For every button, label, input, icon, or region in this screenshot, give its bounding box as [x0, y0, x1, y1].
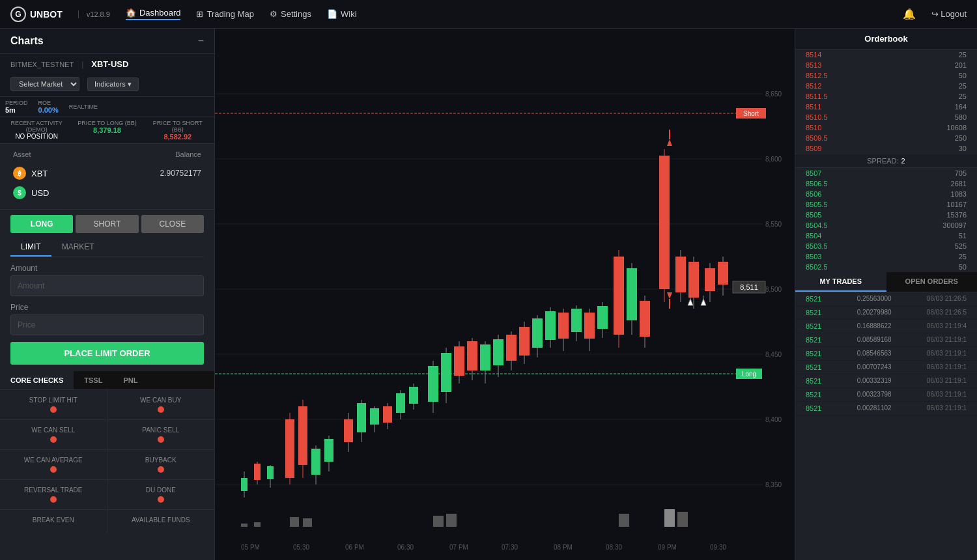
chart-area[interactable]: Short Long — [215, 29, 795, 560]
svg-rect-47 — [467, 341, 477, 371]
tab-my-trades[interactable]: MY TRADES — [795, 272, 886, 292]
price-input[interactable] — [10, 315, 204, 335]
svg-rect-61 — [558, 313, 569, 339]
logo: G UNBOT — [10, 7, 63, 22]
svg-rect-33 — [370, 408, 379, 425]
svg-text:8,500: 8,500 — [765, 286, 782, 293]
svg-text:05:30: 05:30 — [293, 544, 309, 551]
amount-label: Amount — [10, 264, 204, 273]
place-order-button[interactable]: PLACE LIMIT ORDER — [10, 342, 204, 365]
logout-button[interactable]: ↪ Logout — [931, 9, 967, 19]
svg-rect-71 — [627, 268, 637, 320]
svg-text:8,550: 8,550 — [765, 221, 782, 228]
asks-table: 851425 8513201 8512.550 851225 8511.525 … — [795, 49, 977, 154]
bid-row: 8504.5300097 — [795, 220, 977, 231]
chart-svg: Short Long — [215, 29, 795, 560]
svg-rect-29 — [344, 419, 353, 442]
nav-settings[interactable]: ⚙ Settings — [270, 9, 311, 19]
svg-rect-51 — [493, 339, 503, 365]
bid-row: 850325 — [795, 251, 977, 262]
version: v12.8.9 — [78, 10, 110, 18]
nav-dashboard[interactable]: 🏠 Dashboard — [126, 8, 181, 20]
trade-row: 8521 0.08546563 06/03 21:19:1 — [795, 347, 977, 361]
spread-row: SPREAD: 2 — [795, 154, 977, 168]
svg-text:Long: Long — [742, 371, 756, 378]
ask-row: 8512.550 — [795, 70, 977, 81]
svg-rect-49 — [480, 344, 490, 371]
core-tabs: CORE CHECKS TSSL PNL — [0, 371, 214, 390]
svg-rect-112 — [254, 522, 261, 527]
check-we-can-average: WE CAN AVERAGE — [0, 450, 107, 480]
svg-rect-73 — [640, 301, 650, 337]
tab-limit[interactable]: LIMIT — [10, 238, 51, 257]
svg-rect-116 — [446, 514, 457, 527]
svg-rect-21 — [285, 419, 294, 478]
svg-rect-17 — [254, 464, 261, 480]
bids-table: 8507705 8506.52681 85061083 8505.510167 … — [795, 168, 977, 272]
price-label: Price — [10, 303, 204, 312]
amount-input[interactable] — [10, 275, 204, 296]
check-we-can-buy: WE CAN BUY — [107, 390, 215, 420]
long-button[interactable]: LONG — [10, 215, 73, 233]
trade-row: 8521 0.16888622 06/03 21:19:4 — [795, 320, 977, 333]
trades-list: 8521 0.25563000 06/03 21:26:5 8521 0.202… — [795, 292, 977, 560]
trades-tabs: MY TRADES OPEN ORDERS — [795, 272, 977, 292]
asset-row-xbt: ₿ XBT 2.90752177 — [10, 163, 204, 183]
svg-rect-113 — [290, 517, 299, 527]
ask-row: 851425 — [795, 49, 977, 60]
check-available-funds: AVAILABLE FUNDS — [107, 510, 215, 533]
close-button[interactable]: CLOSE — [141, 215, 204, 233]
short-button[interactable]: SHORT — [76, 215, 138, 233]
minimize-icon[interactable]: − — [198, 35, 204, 47]
dot-we-can-average — [50, 466, 57, 473]
svg-text:8,450: 8,450 — [765, 351, 782, 358]
ask-row: 851010608 — [795, 122, 977, 133]
check-reversal-trade: REVERSAL TRADE — [0, 480, 107, 510]
dot-buyback — [158, 466, 164, 473]
bid-row: 85061083 — [795, 189, 977, 199]
price-to-long-bb: PRICE TO LONG (BB) 8,379.18 — [76, 120, 138, 141]
trade-row: 8521 0.00332319 06/03 21:19:1 — [795, 374, 977, 388]
svg-text:06 PM: 06 PM — [345, 544, 364, 551]
tab-core-checks[interactable]: CORE CHECKS — [0, 371, 74, 389]
svg-rect-79 — [675, 257, 686, 292]
svg-rect-63 — [571, 309, 582, 332]
svg-rect-75 — [659, 156, 670, 289]
svg-rect-0 — [215, 29, 795, 560]
tab-market[interactable]: MARKET — [51, 238, 105, 257]
usd-icon: $ — [13, 186, 26, 199]
svg-rect-69 — [614, 257, 624, 335]
dot-we-can-sell — [50, 436, 57, 443]
svg-rect-25 — [311, 449, 320, 475]
svg-rect-65 — [584, 313, 595, 339]
nav-trading-map[interactable]: ⊞ Trading Map — [196, 9, 254, 19]
svg-rect-31 — [357, 403, 366, 432]
order-form: Amount Price PLACE LIMIT ORDER — [0, 257, 214, 371]
balance-col-header: Balance — [175, 150, 201, 158]
tab-pnl[interactable]: PNL — [113, 371, 148, 389]
dot-reversal-trade — [50, 496, 57, 503]
nav-wiki[interactable]: 📄 Wiki — [327, 9, 357, 19]
asset-header: Asset Balance — [10, 150, 204, 158]
ask-row: 850930 — [795, 143, 977, 154]
tab-tssl[interactable]: TSSL — [74, 371, 113, 389]
select-market[interactable]: Select Market — [10, 77, 79, 91]
period-info: PERIOD 5m — [5, 100, 28, 114]
svg-rect-59 — [545, 311, 556, 340]
svg-rect-37 — [396, 393, 405, 413]
bid-row: 850515376 — [795, 210, 977, 220]
xbt-balance: 2.90752177 — [160, 169, 201, 178]
tab-open-orders[interactable]: OPEN ORDERS — [886, 272, 978, 292]
trade-row: 8521 0.20279980 06/03 21:26:5 — [795, 306, 977, 320]
svg-text:05 PM: 05 PM — [241, 544, 260, 551]
logo-g: G — [10, 7, 26, 22]
indicators-button[interactable]: Indicators ▾ — [87, 77, 139, 91]
asset-col-header: Asset — [13, 150, 31, 158]
bell-icon[interactable]: 🔔 — [903, 8, 916, 20]
topnav: G UNBOT v12.8.9 🏠 Dashboard ⊞ Trading Ma… — [0, 0, 977, 29]
price-to-long: RECENT ACTIVITY (DEMO) NO POSITION — [5, 120, 68, 141]
svg-text:8,350: 8,350 — [765, 481, 782, 488]
svg-rect-117 — [619, 514, 629, 527]
svg-rect-115 — [433, 516, 444, 527]
svg-rect-19 — [267, 466, 274, 479]
